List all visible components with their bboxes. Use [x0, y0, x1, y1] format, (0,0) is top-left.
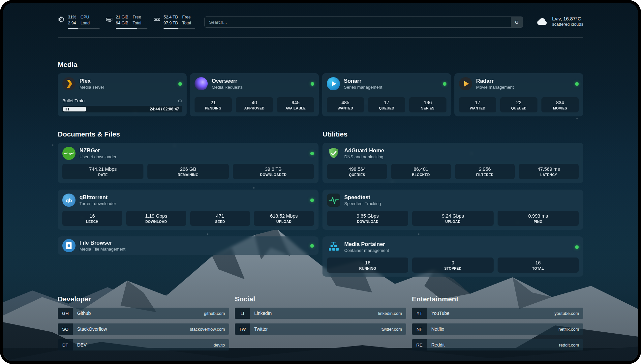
- search-input[interactable]: [205, 20, 511, 25]
- ram-total-value: 64 GiB: [116, 20, 128, 26]
- section-entertainment: Entertainment YT YouTube youtube.com NF …: [412, 295, 583, 355]
- service-description: Movie management: [476, 85, 571, 90]
- bookmark-netflix[interactable]: NF Netflix netflix.com: [412, 323, 583, 335]
- service-description: Speedtest Tracking: [344, 201, 579, 206]
- cpu-monitor: 31% 2.94 CPU Load: [58, 14, 100, 29]
- bookmark-abbr: LI: [235, 308, 250, 319]
- stat-approved: 40APPROVED: [236, 97, 273, 112]
- disk-free-value: 52.4 TB: [164, 14, 178, 20]
- service-card-speedtest[interactable]: Speedtest Speedtest Tracking 9.65 GbpsDO…: [322, 190, 583, 230]
- bookmark-url: github.com: [204, 311, 229, 316]
- service-name: Overseerr: [212, 77, 307, 84]
- stat-blocked: 86,401BLOCKED: [391, 164, 451, 179]
- service-card-radarr[interactable]: Radarr Movie management 17WANTED 22QUEUE…: [454, 73, 583, 116]
- service-description: Series management: [344, 85, 439, 90]
- bookmark-abbr: SO: [58, 323, 73, 335]
- adguard-icon: [327, 147, 340, 160]
- section-title-documents: Documents & Files: [58, 130, 319, 138]
- cpu-chip-icon: [58, 16, 65, 23]
- topbar: 31% 2.94 CPU Load: [58, 3, 583, 29]
- stat-leech: 16LEECH: [62, 211, 122, 226]
- service-card-plex[interactable]: Plex Media server Bullet Train ⚙ ❚❚: [58, 73, 187, 116]
- bookmark-reddit[interactable]: RE Reddit reddit.com: [412, 339, 583, 350]
- plex-icon: [62, 77, 76, 90]
- stat-download: 9.65 GbpsDOWNLOAD: [327, 211, 408, 226]
- section-title-social: Social: [235, 295, 406, 303]
- sonarr-icon: [327, 77, 340, 90]
- service-name: NZBGet: [79, 147, 306, 154]
- stat-queued: 22QUEUED: [500, 97, 537, 112]
- status-dot: [310, 152, 314, 155]
- snow-particles: [3, 3, 4, 4]
- cpu-progress-track: [68, 28, 100, 29]
- bookmark-github[interactable]: GH Github github.com: [58, 308, 229, 319]
- weather-widget: Lviv, 16.87°C scattered clouds: [536, 15, 583, 28]
- bookmark-columns: Developer GH Github github.com SO StackO…: [58, 295, 583, 355]
- cpu-label: CPU: [80, 14, 90, 20]
- bookmark-dev[interactable]: DT DEV dev.to: [58, 339, 229, 350]
- bookmark-url: stackoverflow.com: [190, 327, 229, 332]
- service-name: Sonarr: [344, 77, 439, 84]
- stat-running: 16RUNNING: [327, 258, 408, 273]
- portainer-icon: [327, 240, 340, 254]
- bookmark-linkedin[interactable]: LI LinkedIn linkedin.com: [235, 308, 406, 319]
- section-title-media: Media: [58, 61, 583, 69]
- gear-icon[interactable]: ⚙: [178, 99, 182, 103]
- disk-progress-fill: [164, 28, 178, 29]
- stat-upload: 9.24 GbpsUPLOAD: [412, 211, 493, 226]
- bookmark-abbr: NF: [412, 323, 427, 335]
- stat-stopped: 0STOPPED: [412, 258, 493, 273]
- stat-total: 16TOTAL: [498, 258, 579, 273]
- pause-icon[interactable]: ❚❚: [65, 108, 70, 110]
- qbittorrent-icon: qb: [62, 194, 76, 207]
- stat-downloaded: 39.6 TBDOWNLOADED: [233, 164, 314, 179]
- section-developer: Developer GH Github github.com SO StackO…: [58, 295, 229, 355]
- service-card-nzbget[interactable]: nzbget NZBGet Usenet downloader 744.21 M…: [58, 143, 319, 183]
- nzbget-icon: nzbget: [62, 147, 76, 160]
- dashboard-screen: 31% 2.94 CPU Load: [3, 3, 638, 361]
- status-dot: [575, 245, 579, 249]
- stat-wanted: 485WANTED: [327, 97, 364, 112]
- weather-location: Lviv, 16.87°C: [552, 15, 583, 22]
- now-playing-time: 24:44 / 02:06:47: [150, 107, 179, 111]
- bookmark-name: DEV: [73, 342, 214, 348]
- service-card-qbittorrent[interactable]: qb qBittorrent Torrent downloader 16LEEC…: [58, 190, 319, 230]
- middle-columns: Documents & Files nzbget NZBGet Usenet d…: [58, 130, 583, 277]
- bookmark-url: netflix.com: [559, 327, 583, 332]
- service-name: AdGuard Home: [344, 147, 579, 154]
- service-card-overseerr[interactable]: Overseerr Media Requests 21PENDING 40APP…: [190, 73, 319, 116]
- bookmark-abbr: YT: [412, 308, 427, 319]
- disk-free-label: Free: [182, 14, 191, 20]
- service-card-filebrowser[interactable]: File Browser Media File Management: [58, 236, 319, 255]
- search-provider-button[interactable]: G: [511, 17, 523, 27]
- bookmark-name: YouTube: [427, 311, 555, 316]
- section-title-entertainment: Entertainment: [412, 295, 583, 303]
- overseerr-icon: [195, 77, 208, 90]
- ram-progress-fill: [116, 28, 137, 29]
- stat-filtered: 2,956FILTERED: [455, 164, 515, 179]
- service-name: File Browser: [79, 239, 306, 246]
- service-card-sonarr[interactable]: Sonarr Series management 485WANTED 17QUE…: [322, 73, 451, 116]
- section-social: Social LI LinkedIn linkedin.com TW Twitt…: [235, 295, 406, 339]
- bookmark-url: youtube.com: [555, 311, 583, 316]
- disk-progress-track: [164, 28, 195, 29]
- stat-latency: 47.569 msLATENCY: [519, 164, 579, 179]
- status-dot: [178, 82, 182, 86]
- bookmark-twitter[interactable]: TW Twitter twitter.com: [235, 323, 406, 335]
- weather-condition: scattered clouds: [552, 22, 583, 27]
- cpu-load-label: Load: [80, 20, 90, 26]
- bookmark-name: LinkedIn: [250, 311, 378, 316]
- status-dot: [311, 82, 314, 86]
- cpu-usage-value: 31%: [68, 14, 76, 20]
- bookmark-url: twitter.com: [382, 327, 406, 332]
- status-dot: [310, 198, 314, 202]
- plex-progress-fill: ❚❚: [63, 107, 86, 111]
- system-monitors: 31% 2.94 CPU Load: [58, 14, 195, 29]
- bookmark-youtube[interactable]: YT YouTube youtube.com: [412, 308, 583, 319]
- service-card-portainer[interactable]: Media Portainer Container management 16R…: [322, 236, 583, 277]
- service-card-adguard[interactable]: AdGuard Home DNS and adblocking 498,564Q…: [322, 143, 583, 183]
- section-media: Media Plex Media server: [58, 61, 583, 116]
- bookmark-stackoverflow[interactable]: SO StackOverflow stackoverflow.com: [58, 323, 229, 335]
- ram-free-label: Free: [133, 14, 141, 20]
- plex-progress-bar[interactable]: ❚❚ 24:44 / 02:06:47: [62, 106, 182, 112]
